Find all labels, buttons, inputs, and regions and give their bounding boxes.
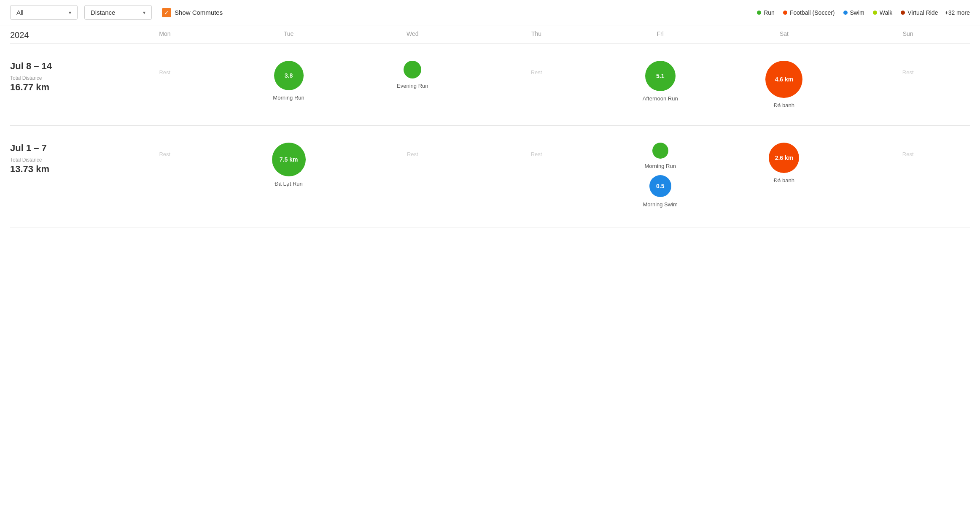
more-label[interactable]: +32 more	[945, 9, 970, 16]
chevron-down-icon: ▾	[143, 10, 145, 16]
swim-label: Swim	[850, 9, 864, 16]
total-distance-value: 13.73 km	[10, 164, 103, 175]
commute-checkbox: ✓	[162, 8, 171, 17]
activity-bubble[interactable]: 7.5 km Đà Lạt Run	[272, 143, 306, 187]
toolbar: All ▾ Distance ▾ ✓ Show Commutes Run Foo…	[0, 0, 980, 25]
day-header-row: 2024 MonTueWedThuFriSatSun	[10, 25, 970, 44]
calendar: 2024 MonTueWedThuFriSatSun Jul 8 – 14 To…	[0, 25, 980, 227]
year-label: 2024	[10, 30, 103, 40]
run-label: Run	[764, 9, 775, 16]
day-cell-sun: Rest	[846, 57, 970, 107]
activity-bubble[interactable]: 3.8 Morning Run	[273, 61, 304, 101]
activity-bubble[interactable]: Evening Run	[397, 61, 428, 89]
filter-distance-label: Distance	[91, 9, 115, 16]
activity-circle[interactable]: 4.6 km	[765, 61, 802, 98]
activity-circle-1[interactable]: 0.5	[649, 175, 671, 197]
legend-item-run: Run	[757, 9, 775, 16]
rest-label: Rest	[407, 151, 418, 157]
run-dot-icon	[757, 11, 761, 15]
activity-circle[interactable]: 2.6 km	[769, 143, 799, 173]
day-cell-thu: Rest	[474, 138, 598, 189]
activity-circle[interactable]: 7.5 km	[272, 143, 306, 176]
football-dot-icon	[783, 11, 787, 15]
activity-bubble[interactable]: 4.6 km Đá banh	[765, 61, 802, 108]
activity-name: Đá banh	[774, 177, 794, 184]
rest-label: Rest	[902, 69, 914, 76]
activity-name-0: Morning Run	[644, 163, 676, 169]
activity-circle[interactable]: 5.1	[645, 61, 676, 91]
swim-dot-icon	[843, 11, 848, 15]
walk-label: Walk	[880, 9, 893, 16]
activity-circle-0[interactable]	[652, 143, 668, 159]
day-cell-wed: Evening Run	[350, 57, 474, 107]
total-distance-value: 16.77 km	[10, 82, 103, 93]
activity-name: Đá banh	[774, 102, 794, 108]
day-cell-thu: Rest	[474, 57, 598, 107]
week-week-jul8-14: Jul 8 – 14 Total Distance 16.77 km Rest …	[10, 44, 970, 126]
activity-value-1: 0.5	[656, 183, 664, 189]
football-label: Football (Soccer)	[790, 9, 835, 16]
legend-item-swim: Swim	[843, 9, 864, 16]
legend-item-virtual-ride: Virtual Ride	[901, 9, 938, 16]
activity-value: 7.5 km	[280, 156, 298, 163]
total-distance-label: Total Distance	[10, 75, 103, 81]
virtual-ride-dot-icon	[901, 11, 905, 15]
day-cell-tue: 3.8 Morning Run	[227, 57, 351, 107]
week-range: Jul 8 – 14	[10, 61, 103, 72]
legend-item-football: Football (Soccer)	[783, 9, 835, 16]
day-cell-sat: 4.6 km Đá banh	[722, 57, 846, 113]
day-cell-fri: Morning Run 0.5 Morning Swim	[598, 138, 722, 214]
day-cell-tue: 7.5 km Đà Lạt Run	[227, 138, 351, 191]
show-commutes-label: Show Commutes	[175, 9, 223, 16]
activity-bubble[interactable]: 2.6 km Đá banh	[769, 143, 799, 184]
week-week-jul1-7: Jul 1 – 7 Total Distance 13.73 km Rest 7…	[10, 126, 970, 227]
day-cell-mon: Rest	[103, 57, 227, 107]
week-info: Jul 8 – 14 Total Distance 16.77 km	[10, 57, 103, 93]
activity-name: Morning Run	[273, 95, 304, 101]
show-commutes-toggle[interactable]: ✓ Show Commutes	[162, 8, 223, 17]
chevron-down-icon: ▾	[69, 10, 71, 16]
virtual-ride-label: Virtual Ride	[907, 9, 938, 16]
total-distance-label: Total Distance	[10, 157, 103, 163]
day-header-tue: Tue	[227, 30, 351, 40]
activity-bubble[interactable]: 5.1 Afternoon Run	[643, 61, 678, 102]
day-cell-sun: Rest	[846, 138, 970, 189]
day-header-sun: Sun	[846, 30, 970, 40]
filter-distance-dropdown[interactable]: Distance ▾	[84, 5, 152, 20]
day-header-fri: Fri	[598, 30, 722, 40]
activity-value: 2.6 km	[775, 154, 794, 161]
day-cell-sat: 2.6 km Đá banh	[722, 138, 846, 189]
activity-name: Afternoon Run	[643, 95, 678, 102]
day-header-sat: Sat	[722, 30, 846, 40]
filter-all-dropdown[interactable]: All ▾	[10, 5, 78, 20]
activity-circle[interactable]: 3.8	[274, 61, 304, 90]
rest-label: Rest	[531, 69, 542, 76]
day-cell-mon: Rest	[103, 138, 227, 189]
activity-name: Đà Lạt Run	[275, 181, 303, 187]
day-cell-fri: 5.1 Afternoon Run	[598, 57, 722, 107]
activity-value: 3.8	[285, 72, 293, 79]
rest-label: Rest	[902, 151, 914, 157]
activity-circle[interactable]	[404, 61, 421, 78]
legend: Run Football (Soccer) Swim Walk Virtual …	[757, 9, 938, 16]
checkmark-icon: ✓	[164, 9, 169, 16]
day-cell-wed: Rest	[350, 138, 474, 189]
activity-bubble-1[interactable]: 0.5 Morning Swim	[643, 175, 678, 208]
walk-dot-icon	[873, 11, 877, 15]
activity-name: Evening Run	[397, 83, 428, 89]
day-header-thu: Thu	[474, 30, 598, 40]
activity-bubble-0[interactable]: Morning Run	[644, 143, 676, 169]
rest-label: Rest	[159, 151, 170, 157]
day-header-mon: Mon	[103, 30, 227, 40]
activity-name-1: Morning Swim	[643, 201, 678, 208]
week-info: Jul 1 – 7 Total Distance 13.73 km	[10, 138, 103, 175]
day-header-wed: Wed	[350, 30, 474, 40]
week-range: Jul 1 – 7	[10, 143, 103, 154]
rest-label: Rest	[159, 69, 170, 76]
legend-item-walk: Walk	[873, 9, 893, 16]
activity-value: 4.6 km	[775, 76, 794, 83]
activity-value: 5.1	[656, 73, 664, 79]
rest-label: Rest	[531, 151, 542, 157]
filter-all-label: All	[16, 9, 24, 16]
